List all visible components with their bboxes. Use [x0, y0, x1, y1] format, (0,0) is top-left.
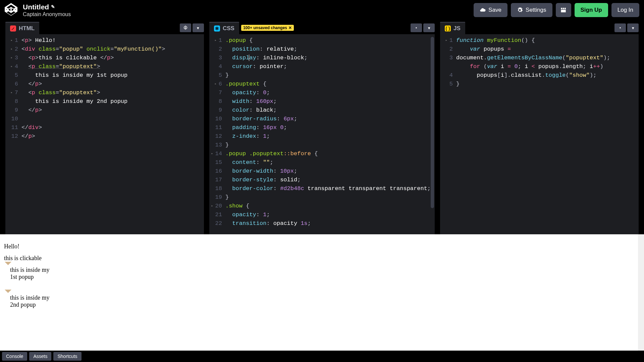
codepen-logo[interactable]	[5, 3, 17, 17]
html-editor[interactable]: ▸1 ▸2 ▸3 ▸4 5 6 ▸7 8 9 10 11 12 <p> Hell…	[5, 34, 204, 234]
html-code[interactable]: <p> Hello! <div class="popup" onclick="m…	[21, 34, 204, 234]
svg-rect-1	[562, 8, 564, 9]
unsaved-badge-label: 100+ unsaved changes	[243, 25, 287, 30]
html-tab[interactable]: ⟋ HTML	[5, 22, 39, 34]
js-badge-icon: ( )	[445, 25, 451, 32]
css-pane: ✱ CSS 100+ unsaved changes ✕ ▾ ▸1 2 3 4 …	[209, 21, 435, 234]
save-label: Save	[488, 7, 501, 13]
pen-title-row[interactable]: Untitled ✎	[23, 3, 71, 11]
signup-button[interactable]: Sign Up	[575, 3, 608, 17]
result-preview[interactable]: Hello! this is clickable this is inside …	[0, 234, 644, 351]
settings-button[interactable]: Settings	[511, 3, 552, 17]
close-icon[interactable]: ✕	[288, 25, 292, 30]
svg-point-5	[416, 27, 417, 28]
gear-icon	[183, 25, 188, 30]
svg-rect-3	[561, 10, 566, 12]
js-dropdown-button[interactable]: ▾	[627, 23, 639, 32]
css-scrollbar[interactable]	[431, 37, 434, 232]
signup-label: Sign Up	[581, 7, 602, 13]
footer: Console Assets Shortcuts	[0, 351, 644, 362]
js-tab[interactable]: ( ) JS	[440, 22, 465, 34]
js-pane: ( ) JS ▾ ▸1 2 3 4 5 function myFunction(…	[440, 21, 639, 234]
chevron-down-icon: ▾	[428, 25, 430, 31]
title-block: Untitled ✎ Captain Anonymous	[23, 3, 71, 17]
layout-button[interactable]	[556, 3, 571, 17]
result-hello: Hello!	[4, 243, 640, 250]
result-popup-1: this is inside my 1st popup	[4, 266, 58, 281]
chevron-down-icon: ▾	[632, 25, 634, 31]
unsaved-badge[interactable]: 100+ unsaved changes ✕	[241, 25, 294, 31]
settings-label: Settings	[526, 7, 546, 13]
html-pane-controls: ▾	[180, 23, 204, 32]
layout-icon	[560, 7, 567, 13]
login-label: Log In	[618, 7, 633, 13]
console-button[interactable]: Console	[2, 352, 27, 361]
result-popup-2: this is inside my 2nd popup	[4, 294, 58, 308]
edit-title-icon[interactable]: ✎	[51, 4, 55, 10]
header-actions: Save Settings Sign Up Log In	[474, 3, 639, 17]
save-button[interactable]: Save	[474, 3, 507, 17]
pen-title: Untitled	[23, 3, 49, 11]
css-tab[interactable]: ✱ CSS	[209, 22, 239, 34]
js-pane-controls: ▾	[614, 23, 639, 32]
svg-rect-2	[565, 8, 566, 9]
svg-rect-0	[561, 8, 562, 9]
html-dropdown-button[interactable]: ▾	[193, 23, 204, 32]
header-left: Untitled ✎ Captain Anonymous	[5, 3, 71, 17]
js-tab-label: JS	[453, 25, 461, 32]
css-editor[interactable]: ▸1 2 3 4 5 ▸6 7 8 9 10 11 12 13 ▸14 15 1…	[209, 34, 435, 234]
gear-icon	[517, 7, 523, 13]
login-button[interactable]: Log In	[611, 3, 639, 17]
gear-icon	[618, 25, 623, 30]
css-gutter: ▸1 2 3 4 5 ▸6 7 8 9 10 11 12 13 ▸14 15 1…	[209, 34, 225, 234]
header: Untitled ✎ Captain Anonymous Save Settin…	[0, 0, 644, 21]
css-tab-label: CSS	[223, 25, 234, 32]
result-clickable[interactable]: this is clickable	[4, 255, 640, 262]
svg-point-6	[620, 27, 621, 28]
css-pane-controls: ▾	[411, 23, 435, 32]
pen-author[interactable]: Captain Anonymous	[23, 11, 71, 17]
css-badge-icon: ✱	[214, 25, 220, 32]
css-pane-header: ✱ CSS 100+ unsaved changes ✕ ▾	[209, 21, 435, 34]
js-code[interactable]: function myFunction() { var popups = doc…	[456, 34, 639, 234]
html-badge-icon: ⟋	[10, 25, 16, 32]
chevron-down-icon: ▾	[197, 25, 199, 31]
assets-button[interactable]: Assets	[29, 352, 51, 361]
html-pane: ⟋ HTML ▾ ▸1 ▸2 ▸3 ▸4 5 6 ▸7 8 9 10 11 12	[5, 21, 204, 234]
js-gutter: ▸1 2 3 4 5	[440, 34, 456, 234]
shortcuts-button[interactable]: Shortcuts	[53, 352, 81, 361]
js-editor[interactable]: ▸1 2 3 4 5 function myFunction() { var p…	[440, 34, 639, 234]
js-settings-button[interactable]	[614, 23, 626, 32]
html-tab-label: HTML	[19, 25, 35, 32]
html-settings-button[interactable]	[180, 23, 191, 32]
cloud-icon	[480, 7, 486, 13]
css-code[interactable]: .popup { position: relative; display: in…	[225, 34, 435, 234]
result-scrollbar[interactable]	[638, 234, 644, 351]
gear-icon	[414, 25, 419, 30]
svg-point-4	[185, 27, 186, 28]
html-pane-header: ⟋ HTML ▾	[5, 21, 204, 34]
css-dropdown-button[interactable]: ▾	[423, 23, 435, 32]
html-gutter: ▸1 ▸2 ▸3 ▸4 5 6 ▸7 8 9 10 11 12	[5, 34, 21, 234]
css-scrollbar-thumb[interactable]	[431, 37, 434, 208]
js-pane-header: ( ) JS ▾	[440, 21, 639, 34]
css-settings-button[interactable]	[411, 23, 422, 32]
editor-panes: ⟋ HTML ▾ ▸1 ▸2 ▸3 ▸4 5 6 ▸7 8 9 10 11 12	[0, 21, 644, 234]
